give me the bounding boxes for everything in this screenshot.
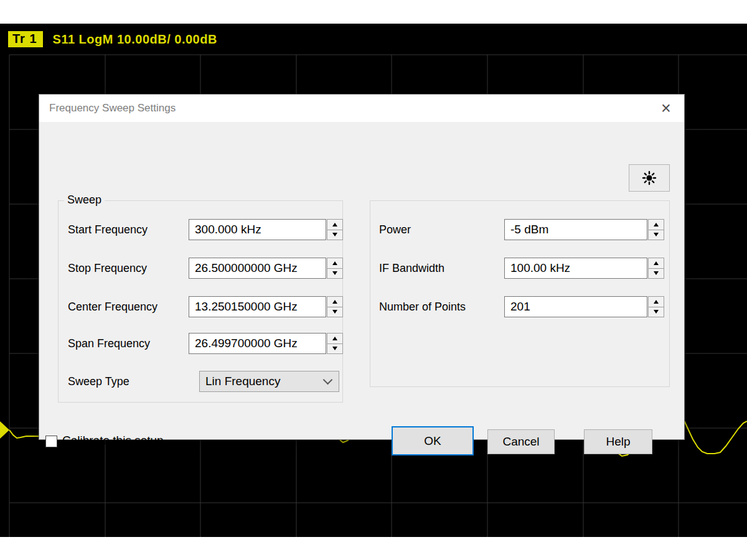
reference-level-marker-icon [0,421,9,439]
spinner-up-button[interactable] [327,333,343,344]
sweep-type-selected-value: Lin Frequency [205,375,280,388]
stop-frequency-label: Stop Frequency [68,258,147,279]
spinner-down-button[interactable] [327,307,343,318]
spinner-down-button[interactable] [648,307,664,318]
arrow-down-icon [654,310,659,314]
sun-icon [641,170,657,186]
center-frequency-input[interactable]: 13.250150000 GHz [189,296,326,317]
start-frequency-spinner [327,219,343,240]
spinner-down-button[interactable] [327,343,343,355]
ok-button[interactable]: OK [392,426,474,455]
stop-frequency-spinner [327,258,343,279]
span-frequency-input[interactable]: 26.499700000 GHz [189,333,326,354]
spinner-up-button[interactable] [327,296,343,307]
sweep-group: Sweep Start Frequency 300.000 kHz Stop F… [58,200,343,403]
arrow-down-icon [654,271,659,275]
number-of-points-field: 201 [504,296,664,317]
span-frequency-label: Span Frequency [68,333,150,354]
arrow-up-icon [332,337,337,340]
spinner-up-button[interactable] [327,219,343,230]
calibrate-checkbox-label: Calibrate this setup [62,434,164,447]
dialog-body: Sweep Start Frequency 300.000 kHz Stop F… [39,122,684,440]
dialog-title: Frequency Sweep Settings [49,102,176,114]
span-frequency-spinner [327,333,343,354]
span-frequency-field: 26.499700000 GHz [189,333,343,354]
stop-frequency-field: 26.500000000 GHz [189,258,343,279]
start-frequency-field: 300.000 kHz [189,219,343,240]
close-icon[interactable]: × [652,95,680,122]
arrow-up-icon [654,261,659,265]
power-spinner [648,219,664,240]
frequency-sweep-settings-dialog: Frequency Sweep Settings × [39,94,685,440]
arrow-down-icon [332,347,337,350]
arrow-up-icon [332,300,337,304]
number-of-points-input[interactable]: 201 [504,296,647,317]
chevron-down-icon [323,375,333,385]
power-label: Power [379,219,411,240]
center-frequency-field: 13.250150000 GHz [189,296,343,317]
cancel-button[interactable]: Cancel [487,429,555,454]
spinner-up-button[interactable] [648,219,664,230]
spinner-down-button[interactable] [327,230,343,241]
spinner-down-button[interactable] [648,230,664,241]
number-of-points-label: Number of Points [379,296,466,317]
sweep-type-dropdown[interactable]: Lin Frequency [199,371,339,392]
arrow-down-icon [654,233,659,236]
arrow-up-icon [654,300,659,304]
stimulus-settings-group: Power -5 dBm IF Bandwidth 100.00 kHz Num… [370,200,670,387]
arrow-down-icon [332,271,337,275]
trace-1-badge[interactable]: Tr 1 [8,31,43,47]
spinner-up-button[interactable] [327,258,343,269]
spinner-down-button[interactable] [648,268,664,279]
help-button[interactable]: Help [584,429,652,454]
power-field: -5 dBm [504,219,664,240]
start-frequency-input[interactable]: 300.000 kHz [189,219,326,240]
dialog-titlebar[interactable]: Frequency Sweep Settings × [39,95,684,122]
spinner-up-button[interactable] [648,296,664,307]
sweep-type-label: Sweep Type [68,371,129,392]
spinner-up-button[interactable] [648,258,664,269]
stop-frequency-input[interactable]: 26.500000000 GHz [189,258,326,279]
start-frequency-label: Start Frequency [68,219,148,240]
brightness-button[interactable] [629,164,670,192]
spinner-down-button[interactable] [327,268,343,279]
center-frequency-label: Center Frequency [68,296,157,317]
center-frequency-spinner [327,296,343,317]
calibrate-checkbox[interactable] [45,436,57,447]
trace-1-measurement-info: S11 LogM 10.00dB/ 0.00dB [53,32,217,47]
if-bandwidth-label: IF Bandwidth [379,258,444,279]
sweep-group-title: Sweep [64,194,105,207]
arrow-up-icon [654,223,659,226]
number-of-points-spinner [648,296,664,317]
arrow-down-icon [332,233,337,236]
power-input[interactable]: -5 dBm [504,219,647,240]
arrow-down-icon [332,310,337,314]
arrow-up-icon [332,261,337,265]
trace-annotation-bar: Tr 1 S11 LogM 10.00dB/ 0.00dB [8,31,217,47]
if-bandwidth-input[interactable]: 100.00 kHz [504,258,647,279]
arrow-up-icon [332,223,337,226]
if-bandwidth-field: 100.00 kHz [504,258,664,279]
if-bandwidth-spinner [648,258,664,279]
